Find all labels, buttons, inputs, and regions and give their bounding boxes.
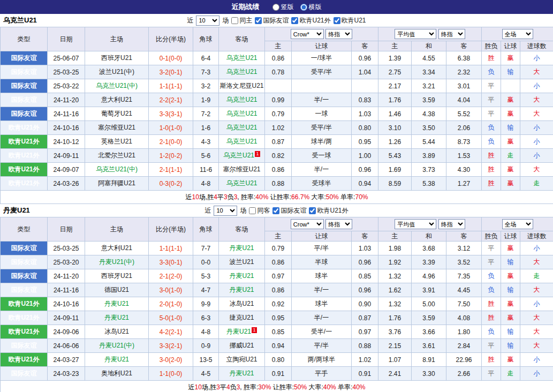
odds-provider-select[interactable]: Crow* [291, 219, 324, 229]
match-row: 国际友谊25-03-25意大利U211-1(1-1)7-7丹麦U210.79平/… [1, 242, 553, 255]
subcol-goals: 进球数 [520, 41, 553, 51]
avg-type-select[interactable]: 平均值 [395, 29, 436, 39]
filter-checkbox-0[interactable]: 同主 [231, 16, 252, 25]
away-team-cell: 丹麦U21 [219, 242, 265, 255]
odds-away-cell: 1.03 [352, 107, 378, 121]
result-cell: 平 [482, 255, 501, 269]
handicap-result-cell [501, 79, 520, 93]
corners-cell: 13-5 [193, 353, 219, 367]
summary-text: 大率: [307, 383, 323, 391]
team-name-text: 西班牙U21 [101, 272, 132, 280]
avg-draw-cell: 8.91 [412, 353, 446, 367]
checkbox-input[interactable] [291, 17, 298, 24]
handicap-result-cell: 赢 [501, 311, 520, 325]
avg-home-cell: 1.92 [378, 255, 412, 269]
avg-draw-cell: 5.44 [412, 135, 446, 149]
col-header-corners: 角球 [193, 27, 219, 51]
odds-away-cell: 0.96 [352, 51, 378, 65]
home-team-cell: 丹麦U21(中) [85, 339, 149, 353]
summary-value: 40% [323, 383, 336, 391]
summary-text: 负 [230, 383, 237, 391]
checkbox-input[interactable] [272, 207, 279, 214]
competition-cell: 欧青U21外 [1, 297, 48, 311]
goals-result-cell: 小 [520, 135, 553, 149]
team-name-text: 意大利U21 [101, 244, 132, 252]
avg-stage-select[interactable]: 终指 [438, 29, 465, 39]
red-card-badge: 1 [252, 327, 257, 333]
radio-vertical-layout[interactable]: 竖版 [272, 3, 294, 12]
avg-home-cell: 1.46 [378, 107, 412, 121]
match-row: 欧青U21外24-09-11丹麦U215-0(1-0)6-3捷克U210.95半… [1, 311, 553, 325]
result-cell: 胜 [482, 353, 501, 367]
match-row: 国际友谊24-06-06丹麦U21(中)3-3(2-1)0-9挪威U210.94… [1, 339, 553, 353]
goals-result-cell: 小 [520, 79, 553, 93]
summary-value: 40% [255, 193, 268, 201]
radio-input[interactable] [300, 4, 307, 11]
odds-stage-select[interactable]: 终指 [325, 219, 352, 229]
summary-value: 50% [294, 383, 307, 391]
checkbox-input[interactable] [334, 17, 340, 24]
avg-stage-select[interactable]: 终指 [438, 219, 465, 229]
filter-checkbox-2[interactable]: 欧青U21外 [309, 206, 348, 215]
odds-stage-select[interactable]: 终指 [325, 29, 352, 39]
avg-draw-cell: 3.59 [412, 93, 446, 107]
checkbox-input[interactable] [249, 207, 256, 214]
scope-select[interactable]: 全场 [502, 29, 533, 39]
score-cell: 5-0(1-0) [149, 311, 193, 325]
results-table: 类型 日期 主场 比分(半场) 角球 客场 Crow* 终指 平均值 终指 全场 [0, 27, 553, 204]
filter-bar: 近10场同客国际友谊欧青U21外 [204, 206, 348, 216]
avg-header-cell: 平均值 终指 [378, 27, 482, 41]
checkbox-input[interactable] [255, 17, 262, 24]
result-cell: 负 [482, 135, 501, 149]
competition-cell: 国际友谊 [1, 255, 48, 269]
checkbox-input[interactable] [231, 17, 238, 24]
filter-checkbox-3[interactable]: 欧青U21 [334, 16, 366, 25]
col-header-date: 日期 [48, 217, 85, 242]
avg-type-select[interactable]: 平均值 [395, 219, 436, 229]
avg-away-cell: 3.12 [446, 242, 482, 255]
odds-home-cell: 0.78 [265, 65, 292, 79]
team-name-text: 捷克U21 [229, 314, 254, 321]
handicap-result-cell: 走 [501, 149, 520, 163]
competition-cell: 国际友谊 [1, 269, 48, 283]
corners-cell: 4-3 [193, 135, 219, 149]
odds-home-cell: 1.02 [265, 121, 292, 135]
filter-checkbox-0[interactable]: 同客 [249, 206, 270, 215]
filter-checkbox-1[interactable]: 国际友谊 [255, 16, 289, 25]
radio-input[interactable] [272, 4, 279, 11]
competition-cell: 欧青U21外 [1, 135, 48, 149]
team-name-text: 乌克兰U21 [226, 68, 257, 76]
team-name-text: 乌克兰U21 [226, 138, 257, 145]
score-cell: 3-3(3-1) [149, 107, 193, 121]
filter-checkbox-1[interactable]: 国际友谊 [272, 206, 306, 215]
competition-cell: 国际友谊 [1, 107, 48, 121]
score-cell: 3-0(2-0) [149, 353, 193, 367]
competition-cell: 欧青U21外 [1, 177, 48, 191]
match-count-select[interactable]: 10 [196, 16, 219, 26]
scope-header-cell: 全场 [482, 27, 553, 41]
avg-header-cell: 平均值 终指 [378, 217, 482, 231]
goals-result-cell: 小 [520, 367, 553, 381]
avg-away-cell: 4.04 [446, 93, 482, 107]
avg-home-cell: 5.43 [378, 149, 412, 163]
corners-cell: 3-2 [193, 79, 219, 93]
corners-cell: 1-6 [193, 121, 219, 135]
score-cell: 2-0(1-0) [149, 297, 193, 311]
competition-cell: 国际友谊 [1, 367, 48, 381]
team-name: 乌克兰U21 [3, 16, 37, 25]
score-cell: 3-3(0-1) [149, 255, 193, 269]
scope-select[interactable]: 全场 [502, 219, 533, 229]
match-count-select[interactable]: 10 [214, 206, 237, 216]
summary-value: 3 [224, 193, 228, 201]
team-section-1: 丹麦U21 近10场同客国际友谊欧青U21外 类型 日期 主场 比分(半场) 角… [0, 204, 553, 392]
filter-checkbox-2[interactable]: 欧青U21外 [291, 16, 330, 25]
away-team-cell: 捷克U21 [219, 311, 265, 325]
odds-home-cell: 0.97 [265, 269, 292, 283]
odds-provider-select[interactable]: Crow* [291, 29, 324, 39]
checkbox-input[interactable] [309, 207, 316, 214]
col-header-away: 客场 [219, 217, 265, 242]
odds-away-cell: 0.87 [352, 311, 378, 325]
radio-horizontal-layout[interactable]: 横版 [300, 3, 322, 12]
score-cell: 1-2(0-2) [149, 149, 193, 163]
score-cell: 1-1(1-1) [149, 79, 193, 93]
